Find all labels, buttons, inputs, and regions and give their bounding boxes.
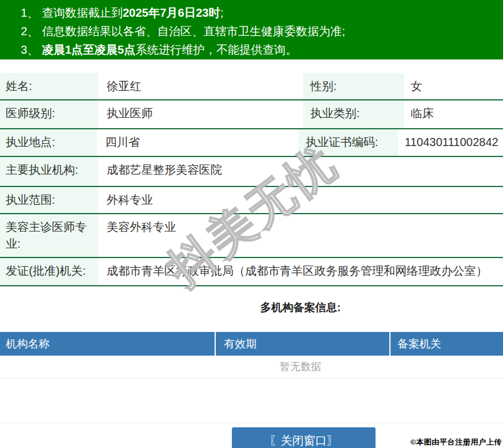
info-row-issuing-authority: 发证(批准)机关: 成都市青羊区行政审批局（成都市青羊区政务服务管理和网络理政办…	[0, 258, 503, 286]
multi-institution-section-title: 多机构备案信息:	[0, 286, 503, 332]
doctor-license-query-result-page: 1、 查询数据截止到2025年7月6日23时; 2、 信息数据结果以各省、自治区…	[0, 0, 503, 448]
doctor-level-value: 执业医师	[98, 100, 303, 128]
validity-period-column-header: 有效期	[216, 332, 391, 356]
practice-category-label: 执业类别:	[303, 100, 404, 128]
gender-label: 性别:	[303, 73, 404, 99]
notice-line-3: 3、 凌晨1点至凌晨5点系统进行维护，不能提供查询。	[21, 40, 503, 59]
main-institution-value: 成都艺星整形美容医院	[98, 157, 503, 186]
practice-scope-label: 执业范围:	[0, 187, 98, 213]
doctor-level-label: 医师级别:	[0, 100, 98, 128]
notice-line-1: 1、 查询数据截止到2025年7月6日23时;	[21, 3, 503, 22]
info-row-location-certno: 执业地点: 四川省 执业证书编码: 110430111002842	[0, 129, 503, 157]
issuing-authority-label: 发证(批准)机关:	[0, 258, 98, 285]
institution-name-column-header: 机构名称	[0, 332, 216, 356]
filing-table: 机构名称 有效期 备案机关 暂无数据	[0, 332, 503, 423]
filing-authority-column-header: 备案机关	[391, 332, 503, 356]
practice-scope-value: 外科专业	[98, 187, 503, 213]
practice-category-value: 临床	[404, 100, 503, 128]
practice-location-value: 四川省	[97, 129, 299, 156]
cosmetic-specialty-label: 美容主诊医师专业:	[0, 214, 98, 257]
info-row-name-gender: 姓名: 徐亚红 性别: 女	[0, 73, 503, 100]
certificate-number-label: 执业证书编码:	[298, 129, 397, 156]
main-institution-label: 主要执业机构:	[0, 157, 98, 186]
info-row-main-institution: 主要执业机构: 成都艺星整形美容医院	[0, 157, 503, 187]
info-row-cosmetic-specialty: 美容主诊医师专业: 美容外科专业	[0, 214, 503, 258]
gender-value: 女	[404, 73, 503, 99]
info-row-practice-scope: 执业范围: 外科专业	[0, 187, 503, 214]
close-window-button[interactable]: 〖关闭窗口〗	[232, 427, 376, 448]
cosmetic-specialty-value: 美容外科专业	[98, 214, 503, 257]
certificate-number-value: 110430111002842	[398, 129, 503, 156]
notice-banner: 1、 查询数据截止到2025年7月6日23时; 2、 信息数据结果以各省、自治区…	[0, 0, 503, 59]
no-data-placeholder: 暂无数据	[0, 356, 503, 379]
uploader-attribution-text: ©本图由平台注册用户上传	[410, 437, 502, 447]
filing-table-header: 机构名称 有效期 备案机关	[0, 332, 503, 356]
notice-line-2: 2、 信息数据结果以各省、自治区、直辖市卫生健康委数据为准;	[21, 22, 503, 40]
doctor-info-table: 姓名: 徐亚红 性别: 女 医师级别: 执业医师 执业类别: 临床 执业地点: …	[0, 73, 503, 286]
empty-table-row	[0, 379, 503, 423]
name-value: 徐亚红	[98, 73, 303, 99]
issuing-authority-value: 成都市青羊区行政审批局（成都市青羊区政务服务管理和网络理政办公室）	[98, 258, 503, 285]
info-row-level-category: 医师级别: 执业医师 执业类别: 临床	[0, 100, 503, 129]
name-label: 姓名:	[0, 73, 98, 99]
practice-location-label: 执业地点:	[0, 129, 97, 156]
